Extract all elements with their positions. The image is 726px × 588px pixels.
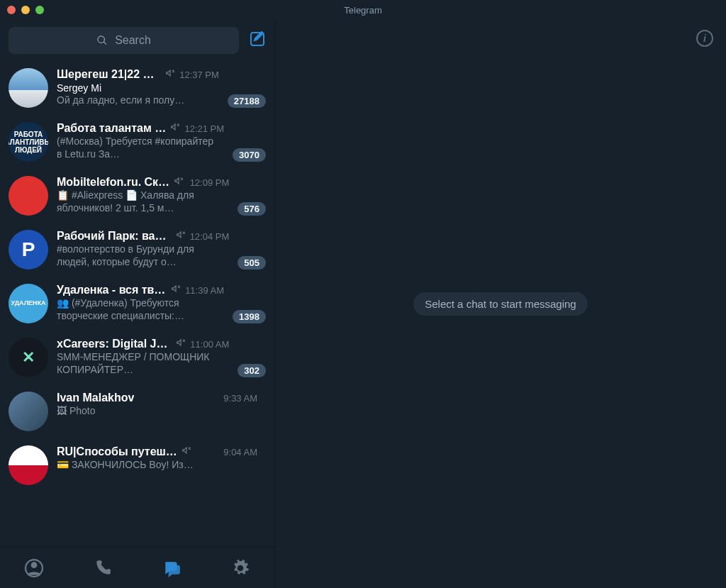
chat-time: 12:37 PM <box>179 70 219 80</box>
close-window-button[interactable] <box>7 6 16 14</box>
muted-icon <box>170 122 180 135</box>
avatar <box>9 68 48 108</box>
muted-icon <box>176 338 186 350</box>
chat-time: 12:04 PM <box>190 231 230 242</box>
minimize-window-button[interactable] <box>21 6 30 14</box>
chat-preview: Ой да ладно, если я полу… <box>57 94 219 106</box>
muted-icon <box>182 445 191 458</box>
chat-row[interactable]: RU|Способы путеш… 9:04 AM 💳 ЗАКОНЧИЛОСЬ … <box>0 438 274 492</box>
avatar <box>9 392 48 431</box>
unread-badge: 1398 <box>233 310 266 323</box>
unread-badge: 302 <box>238 364 266 377</box>
tab-contacts[interactable] <box>24 558 44 578</box>
chat-title: Рабочий Парк: вак… <box>57 230 172 243</box>
empty-state-message: Select a chat to start messaging <box>413 292 587 316</box>
window-controls <box>0 6 44 14</box>
avatar: ✕ <box>9 338 48 377</box>
calls-icon <box>94 559 112 577</box>
chat-title: Ivan Malakhov <box>57 392 134 404</box>
search-placeholder: Search <box>115 34 151 47</box>
maximize-window-button[interactable] <box>35 6 44 14</box>
chat-title: Работа талантам +… <box>57 122 166 135</box>
chat-title: Шерегеш 21|22 Sh… <box>57 68 161 81</box>
settings-icon <box>231 559 250 577</box>
unread-badge: 3070 <box>233 148 266 162</box>
chat-sidebar: Search Шерегеш 21|22 Sh… 12:37 PM Sergey… <box>0 20 275 588</box>
contacts-icon <box>25 559 43 577</box>
window-title: Telegram <box>344 5 381 16</box>
muted-icon <box>171 284 181 296</box>
chat-preview: (#Москва) Требуется #копирайтер в Letu.r… <box>57 135 220 160</box>
search-icon <box>96 35 108 46</box>
chat-time: 9:04 AM <box>223 447 257 457</box>
search-input[interactable]: Search <box>9 27 239 54</box>
chat-sender: Sergey Mi <box>57 82 219 94</box>
chat-preview: 🖼 Photo <box>57 404 220 417</box>
chat-time: 11:00 AM <box>190 339 229 350</box>
chat-time: 12:09 PM <box>190 177 230 188</box>
unread-badge: 505 <box>238 256 266 270</box>
chat-title: xCareers: Digital Jo… <box>57 338 172 350</box>
chat-preview: 💳 ЗАКОНЧИЛОСЬ Boy! Из… <box>57 458 220 471</box>
chat-preview: 📋 #Aliexpress 📄 Халява для яблочников! 2… <box>57 189 220 214</box>
muted-icon <box>165 68 175 81</box>
compose-button[interactable] <box>249 30 266 50</box>
chat-title: RU|Способы путеш… <box>57 445 177 458</box>
chat-row[interactable]: РАБОТА ТАЛАНТЛИВЫХ ЛЮДЕЙ Работа талантам… <box>0 115 274 169</box>
chat-title: Удаленка - вся тво… <box>57 284 167 296</box>
window-titlebar: Telegram <box>0 0 726 20</box>
chat-row[interactable]: Р Рабочий Парк: вак… 12:04 PM #волонтерс… <box>0 223 274 277</box>
unread-badge: 27188 <box>228 94 266 108</box>
unread-badge: 576 <box>238 202 266 216</box>
chat-row[interactable]: Шерегеш 21|22 Sh… 12:37 PM Sergey Mi Ой … <box>0 61 274 115</box>
chat-row[interactable]: Ivan Malakhov 9:33 AM 🖼 Photo <box>0 384 274 438</box>
chat-row[interactable]: УДАЛЕНКА Удаленка - вся тво… 11:39 AM 👥 … <box>0 277 274 331</box>
info-button[interactable]: i <box>696 30 713 47</box>
muted-icon <box>176 230 186 243</box>
chat-preview: SMM-МЕНЕДЖЕР / ПОМОЩНИК КОПИРАЙТЕР… <box>57 350 220 376</box>
bottom-tabs <box>0 547 274 588</box>
chat-time: 12:21 PM <box>184 123 224 134</box>
tab-chats[interactable] <box>162 558 182 578</box>
chat-title: Mobiltelefon.ru. Ск… <box>57 176 169 189</box>
chat-preview: #волонтерство в Бурунди для людей, котор… <box>57 243 220 268</box>
avatar <box>9 445 48 485</box>
avatar: Р <box>9 230 48 270</box>
chats-icon <box>162 559 181 577</box>
info-icon: i <box>703 33 706 44</box>
muted-icon <box>174 176 184 189</box>
avatar: УДАЛЕНКА <box>9 284 48 323</box>
chat-row[interactable]: ✕ xCareers: Digital Jo… 11:00 AM SMM-МЕН… <box>0 331 274 384</box>
tab-settings[interactable] <box>230 558 250 578</box>
chat-time: 11:39 AM <box>185 285 224 296</box>
chat-list[interactable]: Шерегеш 21|22 Sh… 12:37 PM Sergey Mi Ой … <box>0 61 274 547</box>
avatar <box>9 176 48 216</box>
chat-main-panel: i Select a chat to start messaging <box>275 20 726 588</box>
compose-icon <box>249 30 266 48</box>
tab-calls[interactable] <box>93 558 113 578</box>
chat-row[interactable]: Mobiltelefon.ru. Ск… 12:09 PM 📋 #Aliexpr… <box>0 169 274 223</box>
chat-time: 9:33 AM <box>223 393 257 404</box>
svg-point-1 <box>31 562 38 568</box>
chat-preview: 👥 (#Удаленка) Требуются творческие специ… <box>57 296 220 322</box>
avatar: РАБОТА ТАЛАНТЛИВЫХ ЛЮДЕЙ <box>9 122 48 162</box>
